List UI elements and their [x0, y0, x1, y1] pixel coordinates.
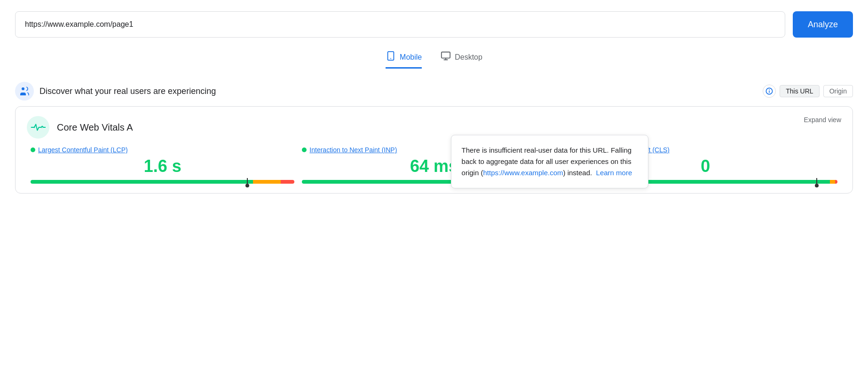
svg-point-5 — [22, 87, 24, 90]
cls-bar-yellow — [830, 180, 835, 184]
origin-toggle[interactable]: Origin — [823, 85, 853, 97]
tab-desktop-label: Desktop — [455, 53, 482, 62]
tab-mobile[interactable]: Mobile — [386, 51, 422, 69]
cwv-icon — [27, 116, 49, 139]
tabs-row: Mobile Desktop — [15, 51, 853, 69]
learn-more-link[interactable]: Learn more — [596, 169, 632, 177]
lcp-status-dot — [31, 148, 35, 152]
svg-point-10 — [41, 126, 43, 128]
cwv-header: Core Web Vitals A — [27, 116, 841, 139]
info-icon[interactable] — [763, 85, 776, 98]
section-header: Discover what your real users are experi… — [15, 82, 853, 101]
url-input[interactable] — [15, 11, 785, 38]
tooltip-origin-link[interactable]: https://www.example.com — [483, 169, 563, 177]
svg-rect-2 — [442, 52, 450, 58]
metrics-row: Largest Contentful Paint (LCP) 1.6 s Int… — [27, 146, 841, 186]
svg-rect-0 — [388, 52, 394, 60]
analyze-button[interactable]: Analyze — [793, 11, 853, 38]
url-bar-row: Analyze — [15, 11, 853, 38]
this-url-toggle[interactable]: This URL — [780, 85, 819, 97]
lcp-bar-pin — [247, 178, 248, 186]
tooltip-text-after: ) instead. — [563, 169, 592, 177]
lcp-bar-green — [31, 180, 253, 184]
section-header-left: Discover what your real users are experi… — [15, 82, 216, 101]
section-header-right: This URL Origin — [763, 85, 853, 98]
lcp-bar-yellow — [253, 180, 281, 184]
tab-mobile-label: Mobile — [400, 53, 422, 62]
cls-bar-red — [835, 180, 837, 184]
lcp-value: 1.6 s — [31, 156, 294, 176]
inp-status-dot — [302, 148, 307, 152]
expand-view-link[interactable]: Expand view — [804, 116, 841, 124]
svg-point-9 — [33, 126, 35, 128]
lcp-label[interactable]: Largest Contentful Paint (LCP) — [31, 146, 294, 154]
section-title: Discover what your real users are experi… — [39, 86, 216, 96]
lcp-bar-track — [31, 180, 294, 184]
metric-lcp: Largest Contentful Paint (LCP) 1.6 s — [27, 146, 298, 186]
tab-desktop[interactable]: Desktop — [441, 51, 482, 69]
lcp-bar-red — [281, 180, 295, 184]
tooltip-box: There is insufficient real-user data for… — [451, 135, 648, 188]
desktop-icon — [441, 51, 451, 63]
cls-bar-pin — [816, 178, 817, 186]
cwv-title: Core Web Vitals A — [57, 122, 133, 133]
mobile-icon — [386, 51, 396, 63]
main-card: Core Web Vitals A Expand view There is i… — [15, 106, 853, 194]
lcp-bar — [31, 180, 294, 184]
section-avatar — [15, 82, 34, 101]
